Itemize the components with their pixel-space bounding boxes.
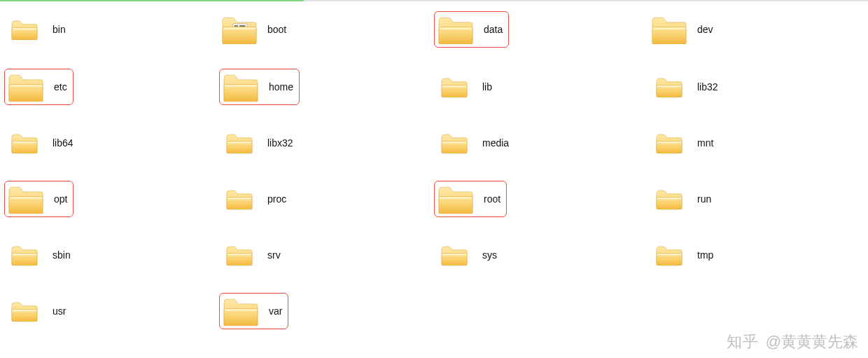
folder-icon (6, 15, 43, 44)
svg-rect-14 (442, 85, 466, 87)
folder-label: media (482, 137, 509, 149)
folder-label: etc (54, 81, 67, 92)
svg-rect-13 (225, 85, 257, 86)
folder-label: data (484, 24, 503, 35)
folder-icon (8, 72, 44, 102)
folder-icon (438, 15, 474, 44)
folder-label: sys (482, 249, 497, 261)
folder-grid: bin boot (0, 1, 868, 329)
svg-rect-17 (227, 142, 251, 143)
folder-label: proc (267, 193, 286, 205)
folder-label: tmp (697, 249, 713, 261)
folder-data[interactable]: data (434, 11, 509, 48)
folder-sys[interactable]: sys (434, 238, 499, 272)
svg-rect-25 (227, 254, 251, 255)
folder-etc[interactable]: etc (4, 69, 74, 105)
folder-icon (8, 184, 44, 214)
folder-icon (436, 240, 472, 270)
svg-rect-19 (657, 142, 681, 143)
folder-icon (221, 240, 258, 270)
folder-icon (651, 240, 687, 270)
folder-run[interactable]: run (649, 181, 713, 217)
svg-rect-28 (13, 310, 36, 311)
folder-lib[interactable]: lib (434, 69, 494, 105)
watermark-author: @黄黄黄先森 (766, 331, 858, 352)
folder-opt[interactable]: opt (4, 181, 74, 217)
svg-rect-3 (239, 25, 245, 27)
folder-lib64[interactable]: lib64 (4, 126, 76, 160)
svg-rect-24 (13, 254, 36, 255)
folder-label: libx32 (267, 137, 293, 149)
folder-label: lib64 (52, 137, 74, 149)
folder-sbin[interactable]: sbin (4, 238, 73, 272)
folder-libx32[interactable]: libx32 (219, 126, 295, 160)
svg-rect-18 (442, 142, 466, 143)
folder-proc[interactable]: proc (219, 181, 288, 217)
folder-dev[interactable]: dev (649, 11, 715, 48)
svg-rect-23 (657, 198, 681, 199)
folder-label: lib (482, 81, 492, 92)
svg-rect-2 (234, 25, 238, 27)
folder-icon (438, 184, 474, 214)
folder-icon (223, 296, 259, 326)
folder-media[interactable]: media (434, 126, 511, 160)
folder-icon (651, 184, 687, 214)
svg-rect-12 (10, 85, 42, 86)
folder-label: run (697, 193, 711, 205)
folder-label: var (269, 305, 282, 317)
folder-label: bin (52, 24, 66, 35)
folder-label: boot (267, 24, 286, 35)
folder-icon (223, 72, 259, 102)
folder-label: dev (697, 24, 713, 35)
folder-lib32[interactable]: lib32 (649, 69, 720, 105)
svg-rect-0 (13, 28, 36, 29)
folder-icon (6, 296, 43, 326)
folder-bin[interactable]: bin (4, 11, 68, 48)
folder-icon (651, 72, 687, 102)
svg-rect-26 (442, 254, 466, 255)
svg-rect-5 (223, 27, 255, 29)
folder-icon (221, 184, 258, 214)
folder-root[interactable]: root (434, 181, 507, 217)
svg-rect-9 (653, 27, 685, 29)
folder-icon (436, 128, 472, 158)
svg-rect-20 (10, 197, 42, 198)
folder-label: sbin (52, 249, 71, 261)
folder-label: opt (54, 193, 67, 205)
folder-icon (221, 128, 258, 158)
folder-usr[interactable]: usr (4, 293, 68, 329)
folder-tmp[interactable]: tmp (649, 238, 715, 272)
folder-srv[interactable]: srv (219, 238, 283, 272)
folder-label: usr (52, 305, 66, 317)
folder-icon (651, 15, 687, 44)
svg-rect-29 (225, 309, 257, 310)
folder-icon (6, 128, 43, 158)
watermark-site: 知乎 (727, 331, 759, 352)
svg-rect-16 (13, 142, 36, 143)
folder-label: root (484, 193, 500, 205)
svg-rect-27 (657, 254, 681, 255)
folder-home[interactable]: home (219, 69, 300, 105)
svg-rect-15 (657, 85, 681, 87)
folder-label: home (269, 81, 293, 92)
folder-icon (651, 128, 687, 158)
folder-boot[interactable]: boot (219, 11, 288, 48)
svg-rect-21 (227, 198, 251, 199)
svg-rect-22 (440, 197, 472, 198)
folder-label: srv (267, 249, 281, 261)
folder-mnt[interactable]: mnt (649, 126, 715, 160)
folder-icon (221, 15, 258, 44)
folder-label: mnt (697, 137, 713, 149)
folder-icon (6, 240, 43, 270)
watermark: 知乎 @黄黄黄先森 (727, 331, 858, 352)
svg-rect-6 (440, 27, 472, 29)
folder-var[interactable]: var (219, 293, 288, 329)
folder-label: lib32 (697, 81, 718, 92)
folder-icon (436, 72, 472, 102)
